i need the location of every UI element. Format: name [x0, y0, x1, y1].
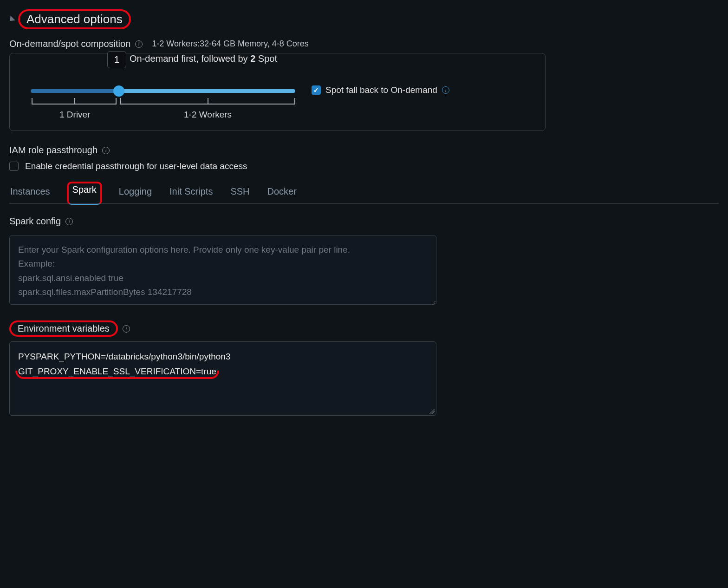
spark-config-label: Spark config	[9, 216, 61, 227]
spark-config-section: Spark config i	[9, 216, 436, 307]
composition-slider[interactable]: 1 On-demand first, followed by 2 Spot 1 …	[31, 77, 298, 112]
bracket-workers-label: 1-2 Workers	[184, 110, 232, 120]
env-vars-label-highlight: Environment variables	[9, 320, 118, 337]
caret-down-icon	[7, 15, 15, 23]
advanced-options-title-highlight: Advanced options	[18, 9, 131, 29]
fallback-checkbox[interactable]: ✓	[312, 85, 321, 95]
bracket-driver-label: 1 Driver	[59, 110, 91, 120]
slider-track-ondemand	[31, 89, 119, 93]
tab-logging[interactable]: Logging	[118, 182, 153, 203]
slider-track-spot	[119, 89, 295, 93]
iam-label: IAM role passthrough	[9, 145, 98, 156]
iam-checkbox[interactable]	[9, 162, 19, 171]
env-vars-textarea[interactable]: PYSPARK_PYTHON=/databricks/python3/bin/p…	[9, 341, 436, 416]
iam-section: IAM role passthrough i Enable credential…	[9, 145, 719, 171]
env-var-line-1: PYSPARK_PYTHON=/databricks/python3/bin/p…	[18, 349, 428, 364]
info-icon[interactable]: i	[65, 218, 73, 225]
fallback-checkbox-row[interactable]: ✓ Spot fall back to On-demand i	[312, 85, 449, 95]
composition-summary: 1-2 Workers:32-64 GB Memory, 4-8 Cores	[152, 39, 308, 49]
bracket-workers	[120, 98, 295, 105]
config-tabs: Instances Spark Logging Init Scripts SSH…	[9, 182, 719, 204]
composition-box: 1 On-demand first, followed by 2 Spot 1 …	[9, 53, 546, 131]
iam-checkbox-label: Enable credential passthrough for user-l…	[25, 161, 247, 171]
slider-tooltip-text: On-demand first, followed by 2 Spot	[130, 53, 277, 64]
composition-label: On-demand/spot composition	[9, 39, 130, 49]
info-icon[interactable]: i	[442, 86, 449, 94]
fallback-checkbox-label: Spot fall back to On-demand	[325, 85, 437, 95]
composition-label-row: On-demand/spot composition i 1-2 Workers…	[9, 39, 719, 49]
spark-config-textarea[interactable]	[9, 235, 436, 305]
tab-ssh[interactable]: SSH	[229, 182, 250, 203]
env-vars-section: Environment variables i PYSPARK_PYTHON=/…	[9, 320, 436, 416]
info-icon[interactable]: i	[123, 325, 130, 333]
advanced-options-title: Advanced options	[26, 12, 123, 26]
tab-init-scripts[interactable]: Init Scripts	[169, 182, 214, 203]
tab-instances[interactable]: Instances	[9, 182, 51, 203]
advanced-options-header[interactable]: Advanced options	[9, 9, 719, 29]
info-icon[interactable]: i	[135, 40, 143, 48]
slider-thumb[interactable]	[113, 85, 124, 97]
check-icon: ✓	[313, 86, 319, 94]
slider-tooltip-value: 1	[107, 51, 126, 68]
tab-spark[interactable]: Spark	[67, 182, 102, 205]
tab-docker[interactable]: Docker	[266, 182, 298, 203]
env-var-line-2-highlight: GIT_PROXY_ENABLE_SSL_VERIFICATION=true	[18, 364, 216, 379]
resize-handle-icon[interactable]	[429, 408, 435, 414]
bracket-driver	[32, 98, 117, 105]
env-vars-label: Environment variables	[18, 323, 110, 333]
iam-checkbox-row[interactable]: Enable credential passthrough for user-l…	[9, 161, 719, 171]
info-icon[interactable]: i	[102, 147, 110, 154]
